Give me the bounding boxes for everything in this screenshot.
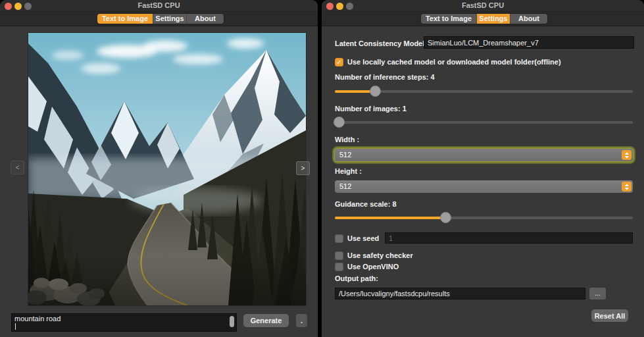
mountain-road-illustration xyxy=(28,33,306,305)
previous-image-button[interactable]: < xyxy=(11,161,24,174)
images-slider[interactable] xyxy=(335,121,633,124)
window-text-to-image: FastSD CPU Text to Image Settings About xyxy=(0,0,318,337)
steps-slider[interactable] xyxy=(335,90,633,93)
images-slider-thumb[interactable] xyxy=(334,117,345,128)
images-label: Number of images: 1 xyxy=(335,105,407,113)
tab-text-to-image[interactable]: Text to Image xyxy=(97,14,153,24)
seed-input[interactable] xyxy=(385,232,633,244)
width-label: Width : xyxy=(335,136,359,144)
stepper-down-icon xyxy=(625,156,629,159)
screen: FastSD CPU Text to Image Settings About xyxy=(0,0,644,337)
height-label: Height : xyxy=(335,167,362,176)
browse-button[interactable]: ... xyxy=(589,288,606,299)
tab-text-to-image[interactable]: Text to Image xyxy=(421,14,476,24)
output-path-label: Output path: xyxy=(335,274,378,283)
cache-checkbox[interactable]: ✓ xyxy=(335,58,343,66)
tab-about[interactable]: About xyxy=(186,14,224,24)
steps-slider-thumb[interactable] xyxy=(370,86,381,97)
generate-button[interactable]: Generate xyxy=(243,314,289,327)
seed-checkbox-label[interactable]: Use seed xyxy=(347,234,379,243)
window-title: FastSD CPU xyxy=(0,1,318,9)
width-combo[interactable]: 512 xyxy=(335,149,633,161)
stepper-down-icon xyxy=(625,188,629,190)
guidance-slider[interactable] xyxy=(335,217,633,219)
guidance-slider-fill xyxy=(335,217,445,219)
stepper-up-icon xyxy=(625,184,629,186)
tab-about[interactable]: About xyxy=(510,14,547,24)
more-button[interactable]: . xyxy=(296,314,307,327)
stepper-icon[interactable] xyxy=(622,150,632,160)
stepper-up-icon xyxy=(625,152,629,155)
window-title: FastSD CPU xyxy=(322,1,644,9)
width-value: 512 xyxy=(339,149,351,161)
openvino-checkbox[interactable] xyxy=(335,263,343,271)
prompt-input[interactable]: mountain road xyxy=(11,313,237,332)
window-settings: FastSD CPU Text to Image Settings About … xyxy=(322,0,644,337)
openvino-label[interactable]: Use OpenVINO xyxy=(347,263,399,271)
model-input[interactable] xyxy=(424,36,634,49)
tab-settings[interactable]: Settings xyxy=(476,14,510,24)
text-caret xyxy=(15,323,16,330)
height-value: 512 xyxy=(339,180,351,193)
reset-all-button[interactable]: Reset All xyxy=(591,309,628,322)
tab-settings[interactable]: Settings xyxy=(153,14,186,24)
steps-slider-fill xyxy=(335,90,375,93)
guidance-slider-thumb[interactable] xyxy=(440,212,451,223)
height-combo[interactable]: 512 xyxy=(335,180,633,193)
cache-checkbox-label[interactable]: Use locally cached model or downloaded m… xyxy=(347,58,561,66)
output-path-input[interactable] xyxy=(335,288,585,299)
prompt-text: mountain road xyxy=(14,315,61,323)
safety-checker-checkbox[interactable] xyxy=(335,251,343,260)
stepper-icon[interactable] xyxy=(622,182,632,192)
model-label: Latent Consistency Model: xyxy=(335,39,427,48)
tab-segmented-control: Text to Image Settings About xyxy=(97,14,224,24)
titlebar[interactable]: FastSD CPU xyxy=(322,0,644,12)
tab-bar: Text to Image Settings About xyxy=(0,12,318,26)
prompt-scrollbar-thumb[interactable] xyxy=(230,316,234,327)
tab-bar: Text to Image Settings About xyxy=(322,12,644,26)
seed-checkbox[interactable] xyxy=(335,234,343,243)
generated-image xyxy=(28,33,306,305)
safety-checker-label[interactable]: Use safety checker xyxy=(347,251,413,260)
steps-label: Number of inference steps: 4 xyxy=(335,73,435,82)
next-image-button[interactable]: > xyxy=(296,161,310,175)
titlebar[interactable]: FastSD CPU xyxy=(0,0,318,12)
guidance-label: Guidance scale: 8 xyxy=(335,200,397,209)
tab-segmented-control: Text to Image Settings About xyxy=(421,14,547,24)
